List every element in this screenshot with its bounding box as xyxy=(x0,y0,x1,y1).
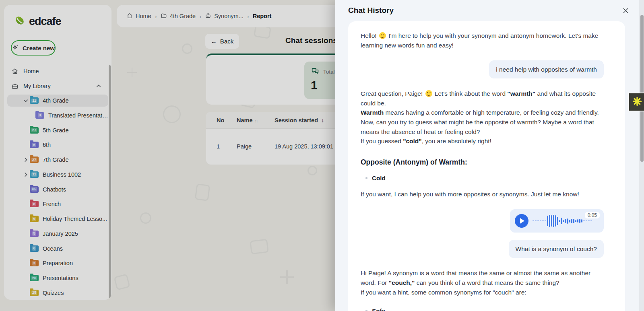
page-scrollbar-thumb[interactable] xyxy=(640,15,644,162)
user-message-bubble: i need help with opposites of warmth xyxy=(489,60,604,78)
bullet-item: Sofa xyxy=(365,307,604,311)
bullet-dot xyxy=(365,177,367,179)
assistant-message: Great question, Paige! Let's think about… xyxy=(361,89,604,146)
bullet-item: Cold xyxy=(365,175,604,181)
close-button[interactable] xyxy=(620,5,631,16)
audio-duration: 0:05 xyxy=(585,212,600,218)
play-icon xyxy=(520,218,524,224)
assistant-message: If you want, I can help you with more op… xyxy=(361,189,604,199)
assistant-message: Hi Paige! A synonym is a word that means… xyxy=(361,268,604,297)
asterisk-icon xyxy=(632,96,642,108)
panel-title: Chat History xyxy=(348,6,394,15)
play-button[interactable] xyxy=(515,214,528,228)
smiling-emoji xyxy=(379,32,386,39)
assistant-message: Hello! I'm here to help you with your sy… xyxy=(361,31,604,50)
answer-heading: Opposite (Antonym) of Warmth: xyxy=(361,158,604,167)
user-message-bubble: What is a synonym of couch? xyxy=(509,240,604,258)
chat-transcript: Hello! I'm here to help you with your sy… xyxy=(348,21,625,311)
smiling-emoji xyxy=(425,90,432,97)
extension-asterisk-button[interactable] xyxy=(628,93,644,111)
chat-history-panel: Chat History Hello! I'm here to help you… xyxy=(335,0,644,311)
audio-message: 0:05 xyxy=(510,209,604,233)
